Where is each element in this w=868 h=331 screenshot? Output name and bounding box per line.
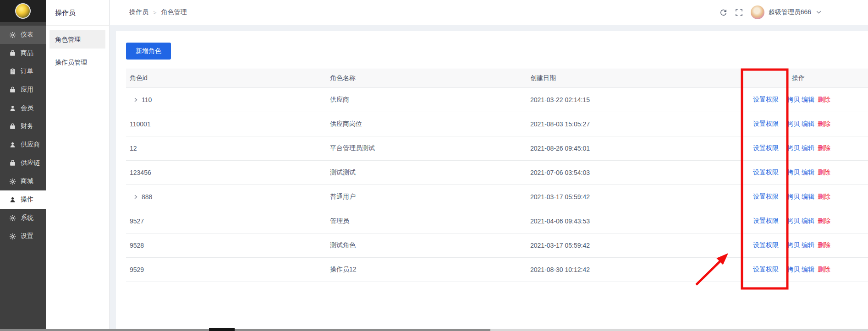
- role-name-cell: 普通用户: [326, 193, 527, 201]
- copy-link[interactable]: 拷贝: [787, 217, 800, 225]
- expand-row-icon[interactable]: [133, 195, 138, 199]
- edit-link[interactable]: 编辑: [802, 96, 814, 104]
- set-permission-link[interactable]: 设置权限: [753, 168, 779, 177]
- expand-row-icon[interactable]: [133, 98, 138, 102]
- role-name-cell: 测试角色: [326, 241, 527, 250]
- role-name-cell: 管理员: [326, 217, 527, 225]
- gear-icon: [9, 178, 16, 185]
- user-avatar[interactable]: [751, 5, 764, 19]
- delete-link[interactable]: 删除: [818, 217, 830, 225]
- actions-cell: 设置权限拷贝编辑删除: [749, 266, 868, 274]
- role-id-value: 9527: [130, 217, 144, 225]
- breadcrumb-item[interactable]: 角色管理: [161, 8, 187, 16]
- edit-link[interactable]: 编辑: [802, 217, 814, 225]
- refresh-icon[interactable]: [720, 9, 727, 16]
- sidebar-item-apps[interactable]: 应用: [0, 81, 46, 99]
- actions-cell: 设置权限拷贝编辑删除: [749, 241, 868, 250]
- edit-link[interactable]: 编辑: [802, 168, 814, 177]
- gear-icon: [9, 32, 16, 38]
- user-menu[interactable]: 超级管理员666: [751, 5, 821, 19]
- table-row: 123456测试测试2021-07-06 03:54:03设置权限拷贝编辑删除: [126, 161, 868, 185]
- sidebar-item-label: 订单: [21, 67, 33, 76]
- logo-strip: [0, 0, 46, 22]
- topbar-right: 超级管理员666: [720, 5, 821, 19]
- set-permission-link[interactable]: 设置权限: [753, 96, 779, 104]
- table-row: 9529操作员122021-08-30 10:12:42设置权限拷贝编辑删除: [126, 258, 868, 282]
- set-permission-link[interactable]: 设置权限: [753, 193, 779, 201]
- delete-link[interactable]: 删除: [818, 168, 830, 177]
- sidebar-item-label: 财务: [21, 122, 33, 130]
- user-name: 超级管理员666: [769, 8, 811, 16]
- created-date-cell: 2021-03-17 05:59:42: [527, 193, 749, 201]
- delete-link[interactable]: 删除: [818, 120, 830, 128]
- fullscreen-icon[interactable]: [735, 9, 743, 16]
- table-row: 888普通用户2021-03-17 05:59:42设置权限拷贝编辑删除: [126, 185, 868, 209]
- breadcrumb-separator: >: [153, 9, 157, 16]
- actions-cell: 设置权限拷贝编辑删除: [749, 193, 868, 201]
- sidebar-item-label: 会员: [21, 104, 33, 112]
- delete-link[interactable]: 删除: [818, 193, 830, 201]
- created-date-cell: 2021-08-26 09:45:01: [527, 145, 749, 152]
- app-logo-flower-icon[interactable]: [15, 3, 31, 19]
- table-row: 12平台管理员测试2021-08-26 09:45:01设置权限拷贝编辑删除: [126, 136, 868, 161]
- set-permission-link[interactable]: 设置权限: [753, 144, 779, 152]
- submenu-title: 操作员: [46, 0, 109, 26]
- delete-link[interactable]: 删除: [818, 241, 830, 250]
- delete-link[interactable]: 删除: [818, 144, 830, 152]
- sidebar-item-label: 商城: [21, 177, 33, 185]
- bag-icon: [9, 123, 16, 130]
- sidebar-item-members[interactable]: 会员: [0, 99, 46, 117]
- set-permission-link[interactable]: 设置权限: [753, 217, 779, 225]
- role-id-cell: 9527: [126, 217, 326, 225]
- submenu-item-operator-management[interactable]: 操作员管理: [49, 53, 105, 71]
- sidebar-item-orders[interactable]: 订单: [0, 62, 46, 81]
- table-row: 110供应商2021-03-22 02:14:15设置权限拷贝编辑删除: [126, 88, 868, 112]
- edit-link[interactable]: 编辑: [802, 241, 814, 250]
- set-permission-link[interactable]: 设置权限: [753, 120, 779, 128]
- edit-link[interactable]: 编辑: [802, 193, 814, 201]
- created-date-cell: 2021-08-30 10:12:42: [527, 266, 749, 273]
- edit-link[interactable]: 编辑: [802, 144, 814, 152]
- sidebar-item-mall[interactable]: 商城: [0, 172, 46, 190]
- set-permission-link[interactable]: 设置权限: [753, 266, 779, 274]
- role-id-value: 9529: [130, 266, 144, 273]
- sidebar-item-label: 供应链: [21, 159, 40, 167]
- sidebar-item-dashboard[interactable]: 仪表: [0, 26, 46, 44]
- breadcrumb-item[interactable]: 操作员: [129, 8, 148, 16]
- submenu-item-role-management[interactable]: 角色管理: [49, 30, 105, 49]
- copy-link[interactable]: 拷贝: [787, 241, 800, 250]
- chevron-down-icon[interactable]: [816, 11, 821, 14]
- copy-link[interactable]: 拷贝: [787, 120, 800, 128]
- submenu-list: 角色管理操作员管理: [46, 30, 109, 71]
- bag-icon: [9, 160, 16, 167]
- copy-link[interactable]: 拷贝: [787, 266, 800, 274]
- horizontal-scrollbar-thumb[interactable]: [0, 329, 490, 331]
- actions-cell: 设置权限拷贝编辑删除: [749, 144, 868, 152]
- column-header: 操作: [749, 74, 868, 82]
- role-id-value: 12: [130, 145, 137, 152]
- edit-link[interactable]: 编辑: [802, 266, 814, 274]
- actions-cell: 设置权限拷贝编辑删除: [749, 168, 868, 177]
- copy-link[interactable]: 拷贝: [787, 193, 800, 201]
- copy-link[interactable]: 拷贝: [787, 144, 800, 152]
- gear-icon: [9, 215, 16, 222]
- set-permission-link[interactable]: 设置权限: [753, 241, 779, 250]
- edit-link[interactable]: 编辑: [802, 120, 814, 128]
- delete-link[interactable]: 删除: [818, 266, 830, 274]
- sidebar-item-system[interactable]: 系统: [0, 209, 46, 227]
- delete-link[interactable]: 删除: [818, 96, 830, 104]
- sidebar-item-settings[interactable]: 设置: [0, 227, 46, 245]
- sidebar-item-finance[interactable]: 财务: [0, 117, 46, 136]
- sidebar-item-goods[interactable]: 商品: [0, 44, 46, 62]
- add-role-button[interactable]: 新增角色: [126, 43, 171, 60]
- created-date-cell: 2021-08-03 15:05:27: [527, 120, 749, 128]
- sidebar-item-suppliers[interactable]: 供应商: [0, 136, 46, 154]
- copy-link[interactable]: 拷贝: [787, 168, 800, 177]
- sidebar-item-supply-chain[interactable]: 供应链: [0, 154, 46, 172]
- bag-icon: [9, 50, 16, 57]
- content-card: 新增角色 角色id角色名称创建日期操作 110供应商2021-03-22 02:…: [116, 31, 868, 329]
- sidebar-item-operations[interactable]: 操作: [0, 190, 46, 209]
- horizontal-scrollbar-thumb-dark[interactable]: [209, 328, 235, 331]
- sidebar-item-label: 系统: [21, 214, 33, 222]
- copy-link[interactable]: 拷贝: [787, 96, 800, 104]
